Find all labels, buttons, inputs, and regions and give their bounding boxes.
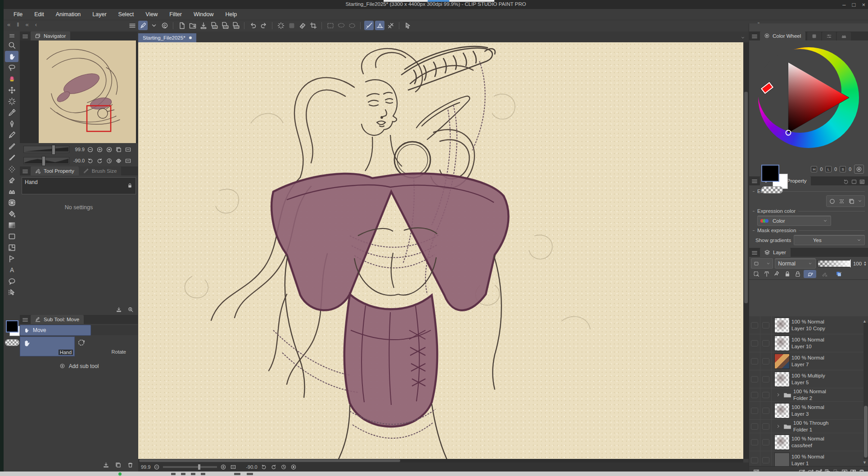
visibility-cell[interactable]	[749, 433, 760, 451]
color-wheel-mode-icon[interactable]	[854, 165, 864, 174]
close-button[interactable]: ×	[862, 1, 865, 8]
tab-list-icon[interactable]	[740, 35, 746, 41]
register-settings-icon[interactable]	[127, 306, 134, 313]
blend-mode-dropdown[interactable]: Normal	[775, 258, 816, 269]
fill-area-icon[interactable]	[287, 21, 296, 30]
visibility-cell[interactable]	[749, 402, 760, 419]
layer-row[interactable]: 100 % ThroughFolder 1	[749, 420, 868, 433]
foreground-color-swatch[interactable]	[6, 320, 18, 332]
canvas-vertical-scrollbar[interactable]	[743, 42, 749, 459]
mask-disabled-icon[interactable]	[818, 270, 831, 278]
layer-row[interactable]: 100 % NormalFolder 2	[749, 388, 868, 402]
status-rotate-right-icon[interactable]	[270, 463, 277, 471]
sub-tool-hand[interactable]: Hand	[20, 337, 75, 356]
status-fit-icon[interactable]	[230, 463, 237, 471]
tool-decoration[interactable]	[5, 73, 18, 85]
snap-perspective-icon[interactable]	[375, 21, 384, 30]
draft-cell[interactable]	[760, 316, 772, 334]
select-rect-icon[interactable]	[326, 21, 335, 30]
object-picker-icon[interactable]	[403, 21, 412, 30]
panel-menu-icon[interactable]	[749, 177, 760, 185]
menu-select[interactable]: Select	[113, 10, 140, 19]
status-zoom-out-icon[interactable]	[153, 463, 160, 471]
layer-thumbnail[interactable]	[774, 354, 790, 369]
add-sub-tool-button[interactable]: Add sub tool	[20, 363, 138, 369]
tool-gradient[interactable]	[5, 220, 18, 231]
eraser-wedge-icon[interactable]	[298, 21, 307, 30]
show-gradients-dropdown[interactable]: Yes	[794, 235, 865, 245]
tool-operation[interactable]	[5, 287, 18, 298]
navigator-rotate-slider[interactable]	[23, 157, 69, 164]
layer-row[interactable]: 100 % NormalLayer 10 Copy	[749, 316, 868, 334]
tab-brush-size[interactable]: Brush Size	[79, 166, 122, 175]
crop-marks-icon[interactable]	[308, 21, 318, 30]
tool-figure-grid[interactable]	[5, 197, 18, 208]
layer-thumbnail[interactable]	[774, 336, 790, 351]
tab-color-set[interactable]	[807, 32, 821, 40]
layer-thumbnail[interactable]	[774, 403, 790, 418]
menu-view[interactable]: View	[140, 10, 163, 19]
tool-auto-select[interactable]	[5, 96, 18, 107]
layer-row[interactable]: 100 % NormalLayer 10	[749, 334, 868, 352]
canvas-tab[interactable]: Starting_File2025*	[138, 33, 196, 42]
select-ellipse-icon[interactable]	[347, 21, 357, 30]
restore-defaults-icon[interactable]	[115, 306, 122, 313]
tool-watercolor[interactable]	[5, 152, 18, 163]
tool-fill[interactable]	[5, 208, 18, 220]
zoom-100-icon[interactable]	[105, 146, 113, 153]
transparent-color-swatch[interactable]	[5, 339, 19, 346]
sub-tool-rotate[interactable]: Rotate	[75, 337, 129, 355]
maximize-button[interactable]: □	[852, 1, 856, 8]
status-reset-view-icon[interactable]	[290, 463, 297, 471]
panel-menu-icon[interactable]	[20, 316, 31, 324]
layer-row[interactable]: 100 % NormalLayer 7	[749, 352, 868, 370]
collapse-arrow-icon[interactable]: «	[26, 21, 29, 28]
visibility-cell[interactable]	[749, 352, 760, 370]
panel-menu-icon[interactable]	[20, 167, 31, 175]
tool-selection[interactable]	[5, 231, 18, 242]
tool-frame-border[interactable]	[5, 242, 18, 253]
tab-tool-property[interactable]: Tool Property	[31, 166, 79, 175]
tool-eyedropper[interactable]	[5, 107, 18, 118]
draft-cell[interactable]	[760, 370, 772, 388]
tool-pencil[interactable]	[5, 130, 18, 141]
draft-cell[interactable]	[760, 420, 772, 433]
tool-hand[interactable]	[5, 51, 18, 62]
lock-layer-icon[interactable]	[783, 270, 791, 278]
border-effect-icon[interactable]	[828, 198, 836, 205]
folder-expand[interactable]	[775, 391, 792, 399]
layer-opacity-slider[interactable]	[818, 260, 851, 267]
opacity-stepper[interactable]: ▲▼	[863, 261, 867, 266]
canvas-document[interactable]	[138, 42, 743, 459]
tool-airbrush[interactable]	[5, 163, 18, 175]
menu-edit[interactable]: Edit	[29, 10, 50, 19]
palette-color-dropdown[interactable]	[751, 258, 773, 269]
draft-cell[interactable]	[760, 402, 772, 419]
layer-thumbnail[interactable]	[774, 372, 790, 387]
menu-window[interactable]: Window	[188, 10, 219, 19]
expression-color-dropdown[interactable]: Color	[757, 216, 831, 226]
status-reset-rotation-icon[interactable]	[280, 463, 287, 471]
sv-triangle[interactable]	[758, 47, 859, 148]
visibility-cell[interactable]	[749, 388, 760, 401]
draft-cell[interactable]	[760, 433, 772, 451]
chevron-down-icon[interactable]	[857, 198, 863, 205]
collapse-arrow-icon[interactable]: ‖	[17, 21, 19, 28]
menu-layer[interactable]: Layer	[87, 10, 112, 19]
open-folder-icon[interactable]	[188, 21, 197, 30]
tool-pen[interactable]	[5, 118, 18, 130]
layer-color-effect-icon[interactable]	[848, 198, 855, 205]
navigator-preview[interactable]	[20, 40, 138, 143]
rotate-right-icon[interactable]	[96, 157, 104, 165]
visibility-cell[interactable]	[749, 370, 760, 388]
tool-zoom[interactable]	[5, 40, 18, 51]
tab-color-sliders[interactable]	[822, 32, 836, 40]
import-icon[interactable]	[102, 461, 110, 469]
visibility-cell[interactable]	[749, 420, 760, 433]
tab-navigator[interactable]: Navigator	[31, 31, 70, 40]
collapse-arrow-icon[interactable]: ‹	[35, 21, 37, 28]
tool-blend[interactable]	[5, 186, 18, 197]
tool-eraser[interactable]	[5, 175, 18, 186]
draft-cell[interactable]	[760, 334, 772, 352]
chevron-right-icon[interactable]	[775, 424, 781, 429]
